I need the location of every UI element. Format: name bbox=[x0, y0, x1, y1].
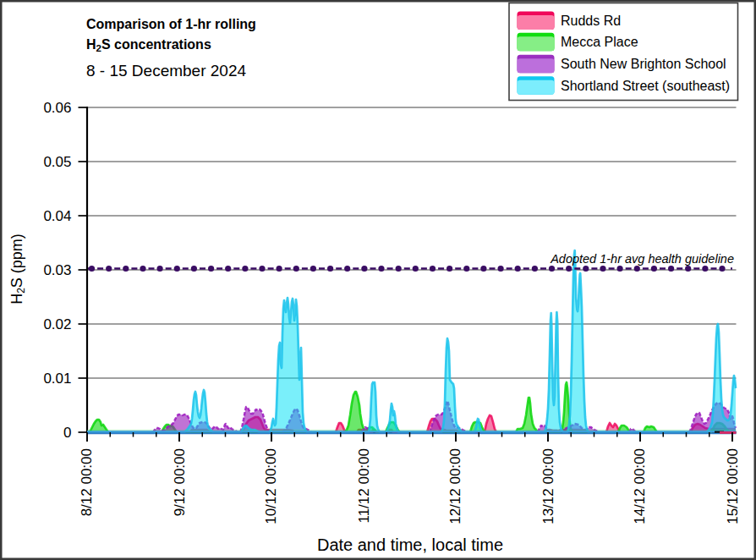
svg-text:8/12 00:00: 8/12 00:00 bbox=[79, 448, 95, 516]
svg-text:0.05: 0.05 bbox=[43, 154, 71, 170]
svg-text:Mecca Place: Mecca Place bbox=[561, 35, 638, 49]
svg-text:13/12 00:00: 13/12 00:00 bbox=[540, 448, 556, 524]
svg-text:H2S (ppm): H2S (ppm) bbox=[8, 233, 27, 305]
svg-text:Adopted 1-hr avg health guidel: Adopted 1-hr avg health guideline bbox=[550, 252, 734, 266]
svg-text:Comparison of 1-hr rolling: Comparison of 1-hr rolling bbox=[86, 17, 256, 31]
svg-text:South New Brighton School: South New Brighton School bbox=[561, 57, 726, 71]
svg-text:9/12 00:00: 9/12 00:00 bbox=[172, 448, 188, 516]
svg-text:14/12 00:00: 14/12 00:00 bbox=[632, 448, 648, 524]
svg-text:0.02: 0.02 bbox=[43, 316, 71, 332]
svg-text:0.04: 0.04 bbox=[43, 208, 71, 224]
svg-text:0.03: 0.03 bbox=[43, 262, 71, 278]
svg-text:12/12 00:00: 12/12 00:00 bbox=[447, 448, 463, 524]
svg-text:11/12 00:00: 11/12 00:00 bbox=[356, 448, 372, 524]
svg-text:Rudds Rd: Rudds Rd bbox=[561, 14, 621, 28]
svg-text:10/12 00:00: 10/12 00:00 bbox=[263, 448, 279, 524]
svg-text:0: 0 bbox=[63, 425, 71, 441]
svg-text:8 - 15 December 2024: 8 - 15 December 2024 bbox=[86, 62, 246, 80]
svg-text:0.01: 0.01 bbox=[43, 371, 71, 387]
svg-text:H2S concentrations: H2S concentrations bbox=[86, 37, 211, 53]
svg-text:Shortland Street (southeast): Shortland Street (southeast) bbox=[561, 79, 730, 93]
svg-text:15/12 00:00: 15/12 00:00 bbox=[725, 448, 741, 524]
svg-text:0.06: 0.06 bbox=[43, 100, 71, 116]
svg-text:Date and time, local time: Date and time, local time bbox=[317, 535, 503, 554]
